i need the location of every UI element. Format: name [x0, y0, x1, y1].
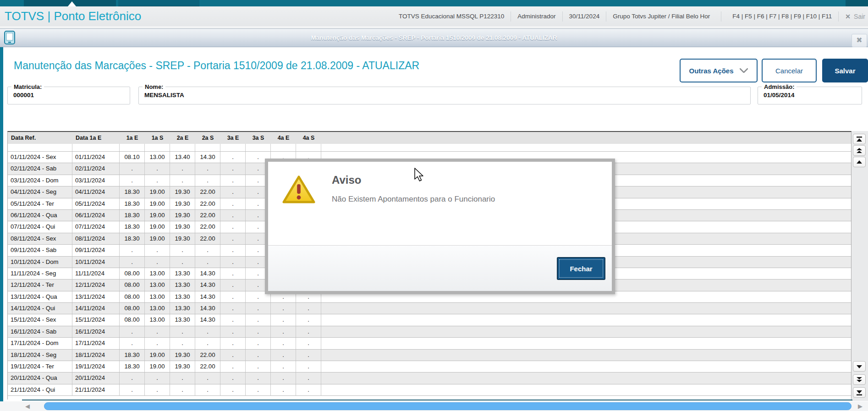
grid-cell: . [246, 361, 271, 372]
table-row[interactable]: 21/11/2024 - Qui21/11/2024........ [8, 384, 851, 396]
column-header[interactable]: 4a S [296, 132, 321, 144]
app-header: TOTVS | Ponto Eletrônico TOTVS Educacion… [0, 6, 868, 27]
grid-cell: . [246, 338, 271, 349]
top-teal-bar [0, 0, 868, 6]
column-header[interactable]: Data 1a E [72, 132, 120, 144]
grid-cell: . [120, 326, 145, 337]
tab-segment-right [846, 0, 868, 6]
empty-cell [246, 144, 271, 151]
column-header[interactable]: 2a S [195, 132, 220, 144]
grid-cell: . [170, 338, 195, 349]
sair-button[interactable]: ✕Sair [845, 13, 865, 20]
admissao-label: Admissão: [762, 83, 797, 90]
table-row[interactable]: 19/11/2024 - Ter19/11/202418.3019.0019.3… [8, 361, 851, 373]
table-row[interactable]: 18/11/2024 - Seg18/11/202418.3019.0019.3… [8, 350, 851, 361]
grid-cell: . [220, 245, 246, 256]
page-up-icon[interactable] [853, 145, 866, 156]
other-actions-label: Outras Ações [689, 67, 734, 75]
grid-cell: 14/11/2024 [72, 303, 120, 314]
scroll-left-icon[interactable]: ◀ [25, 401, 30, 411]
grid-cell: . [170, 384, 195, 395]
grid-cell: 06/11/2024 [72, 210, 120, 221]
company-branch-selector[interactable]: Grupo Totvs Jupiter / Filial Belo Hor [613, 13, 710, 20]
empty-cell [72, 144, 120, 151]
grid-cell: . [170, 175, 195, 186]
grid-cell: . [170, 163, 195, 174]
grid-cell: 15/11/2024 - Sex [8, 314, 72, 325]
grid-cell: 07/11/2024 [72, 221, 120, 232]
grid-cell: . [145, 245, 170, 256]
grid-cell: 18/11/2024 [72, 350, 120, 361]
nome-field: Nome: MENSALISTA [138, 83, 751, 104]
dialog-title: Aviso [332, 174, 361, 186]
horizontal-scroll-thumb[interactable] [44, 402, 852, 410]
scroll-right-icon[interactable]: ▶ [858, 401, 863, 411]
table-row[interactable]: 15/11/2024 - Sex15/11/202408.0013.0013.3… [8, 314, 851, 326]
grid-cell: 03/11/2024 [72, 175, 120, 186]
grid-cell: . [195, 326, 220, 337]
grid-cell: . [271, 338, 296, 349]
table-row[interactable]: 16/11/2024 - Sab16/11/2024........ [8, 326, 851, 338]
grid-cell: 18.30 [120, 221, 145, 232]
grid-cell: . [120, 175, 145, 186]
other-actions-button[interactable]: Outras Ações [680, 59, 758, 82]
fechar-button[interactable]: Fechar [557, 257, 605, 280]
grid-cell: 19.00 [145, 361, 170, 372]
column-header[interactable]: 1a E [120, 132, 145, 144]
scroll-top-icon[interactable] [853, 134, 866, 144]
line-up-icon[interactable] [853, 157, 866, 167]
tab-segment[interactable] [118, 0, 199, 6]
grid-cell: . [195, 175, 220, 186]
grid-cell: 14.30 [195, 152, 220, 163]
empty-cell [296, 144, 321, 151]
grid-cell: 08/11/2024 [72, 233, 120, 244]
grid-cell: . [271, 350, 296, 361]
grid-cell: 11/11/2024 - Seg [8, 268, 72, 279]
grid-cell: 13.00 [145, 303, 170, 314]
grid-cell: . [195, 338, 220, 349]
grid-cell: . [220, 198, 246, 209]
column-header[interactable]: 4a E [271, 132, 296, 144]
grid-cell-filler [321, 326, 851, 337]
table-row[interactable]: 14/11/2024 - Qui14/11/202408.0013.0013.3… [8, 303, 851, 314]
grid-cell: 18.30 [120, 186, 145, 197]
grid-cell: 14.30 [195, 314, 220, 325]
column-header[interactable]: 1a S [145, 132, 170, 144]
divider [606, 11, 606, 22]
grid-cell: . [220, 303, 246, 314]
grid-cell: . [220, 314, 246, 325]
cancel-button[interactable]: Cancelar [762, 59, 817, 82]
grid-cell: 14.30 [195, 268, 220, 279]
grid-cell: 19.00 [145, 186, 170, 197]
grid-cell: 19/11/2024 [72, 361, 120, 372]
divider [511, 11, 511, 22]
grid-cell: 13/11/2024 [72, 291, 120, 302]
grid-cell: . [220, 257, 246, 268]
scroll-bottom-icon[interactable] [853, 387, 866, 398]
table-row[interactable]: 20/11/2024 - Qua20/11/2024........ [8, 373, 851, 384]
save-button[interactable]: Salvar [822, 59, 868, 82]
line-down-icon[interactable] [853, 361, 866, 372]
grid-cell: 22.00 [195, 198, 220, 209]
horizontal-scrollbar: ◀ ▶ [0, 401, 868, 411]
grid-cell: . [120, 373, 145, 384]
column-header[interactable]: 3a S [246, 132, 271, 144]
column-header[interactable]: Data Ref. [8, 132, 72, 144]
grid-cell: 08.00 [120, 279, 145, 290]
grid-cell: 16/11/2024 - Sab [8, 326, 72, 337]
grid-cell: 19.30 [170, 361, 195, 372]
grid-cell: . [271, 326, 296, 337]
dialog-message: Não Existem Apontamentos para o Funciona… [332, 195, 495, 204]
grid-cell: 17/11/2024 [72, 338, 120, 349]
column-header[interactable]: 3a E [220, 132, 246, 144]
table-row[interactable]: 17/11/2024 - Dom17/11/2024........ [8, 338, 851, 349]
window-close-icon[interactable]: ✖ [852, 34, 867, 47]
nome-label: Nome: [143, 83, 165, 90]
grid-cell: 08.00 [120, 314, 145, 325]
grid-cell: 22.00 [195, 361, 220, 372]
warning-triangle-icon [282, 175, 316, 205]
grid-cell: . [296, 326, 321, 337]
column-header[interactable]: 2a E [170, 132, 195, 144]
page-down-icon[interactable] [853, 374, 866, 385]
divider [562, 11, 563, 22]
